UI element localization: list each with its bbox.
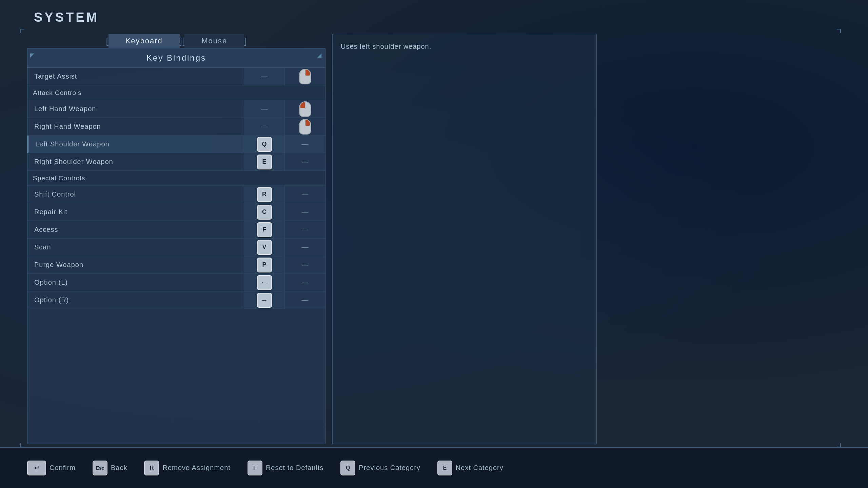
back-label: Back [111,464,127,472]
key-badge-f: F [257,222,272,237]
section-label: Special Controls [27,175,325,182]
key-cell-mouse[interactable]: — [284,291,325,309]
hint-prev-cat: Q Previous Category [340,461,420,475]
table-row[interactable]: Purge Weapon P — [27,256,325,274]
mouse-button-icon [299,119,311,135]
table-row[interactable]: Scan V — [27,239,325,256]
keybind-title: Key Bindings [27,48,325,68]
table-row[interactable]: Shift Control R — [27,186,325,203]
table-row[interactable]: Left Hand Weapon — [27,100,325,118]
key-dash: — [302,158,309,166]
key-cell-keyboard[interactable]: Q [244,136,284,153]
key-dash: — [302,140,309,148]
right-info-panel: Uses left shoulder weapon. [332,34,597,444]
table-row[interactable]: Target Assist — [27,68,325,85]
key-cell-mouse[interactable]: — [284,186,325,203]
key-cell-keyboard[interactable]: C [244,203,284,221]
row-label: Purge Weapon [27,261,244,269]
key-cell-keyboard[interactable]: — [244,100,284,118]
table-row[interactable]: Right Shoulder Weapon E — [27,153,325,171]
key-dash: — [302,243,309,251]
remove-label: Remove Assignment [162,464,230,472]
table-row[interactable]: Repair Kit C — [27,203,325,221]
key-cell-keyboard[interactable]: V [244,239,284,256]
next-cat-label: Next Category [456,464,504,472]
keybind-table: Target Assist — Attack Controls [27,68,325,444]
key-cell-keyboard[interactable]: R [244,186,284,203]
key-cell-mouse[interactable]: — [284,256,325,273]
section-label: Attack Controls [27,89,325,97]
main-container: [ Keyboard ][ Mouse ] Key Bindings Targe… [27,34,597,444]
key-cell-mouse[interactable] [284,100,325,118]
key-badge-c: C [257,205,272,220]
row-label: Access [27,226,244,233]
prev-cat-key: Q [340,461,355,475]
key-badge-p: P [257,258,272,272]
row-label: Right Hand Weapon [27,123,244,130]
remove-key: R [144,461,159,475]
key-cell-mouse[interactable]: — [284,136,325,153]
bracket-right: ] [244,37,246,45]
key-cell-mouse[interactable]: — [284,221,325,238]
section-header-special: Special Controls [27,171,325,186]
table-row[interactable]: Option (L) ← — [27,274,325,291]
key-cell-keyboard[interactable]: → [244,291,284,309]
table-row-active[interactable]: Left Shoulder Weapon Q — [27,136,325,153]
mouse-button-icon [299,69,311,84]
key-cell-keyboard[interactable]: — [244,68,284,85]
key-dash: — [302,190,309,198]
back-key: Esc [93,461,107,475]
key-dash: — [261,105,268,113]
reset-label: Reset to Defaults [266,464,323,472]
tab-keyboard[interactable]: Keyboard [108,34,180,48]
key-badge-q: Q [257,137,272,152]
system-title: SYSTEM [34,10,99,25]
key-badge-arrow-right: → [257,293,272,308]
row-label: Shift Control [27,190,244,198]
confirm-label: Confirm [50,464,76,472]
key-cell-keyboard[interactable]: ← [244,274,284,291]
row-label: Repair Kit [27,208,244,216]
key-badge-r: R [257,187,272,202]
key-cell-keyboard[interactable]: — [244,118,284,135]
key-cell-keyboard[interactable]: F [244,221,284,238]
key-badge-e: E [257,155,272,169]
tab-mouse[interactable]: Mouse [184,34,244,48]
corner-decoration-br [837,443,841,447]
hint-reset: F Reset to Defaults [248,461,323,475]
left-panel: [ Keyboard ][ Mouse ] Key Bindings Targe… [27,34,326,444]
bracket-left: [ [106,37,108,45]
key-dash: — [302,208,309,216]
row-label: Option (R) [27,296,244,304]
key-cell-mouse[interactable]: — [284,203,325,221]
key-badge-arrow-left: ← [257,275,272,290]
key-cell-mouse[interactable]: — [284,274,325,291]
mouse-button-icon [299,101,311,117]
key-badge-v: V [257,240,272,255]
key-cell-mouse[interactable]: — [284,239,325,256]
key-dash: — [302,261,309,269]
key-cell-mouse[interactable] [284,118,325,135]
keybind-panel: Key Bindings Target Assist — [27,48,326,444]
bottom-bar: ↵ Confirm Esc Back R Remove Assignment F… [0,447,868,488]
key-cell-mouse[interactable] [284,68,325,85]
table-row[interactable]: Access F — [27,221,325,239]
key-cell-keyboard[interactable]: P [244,256,284,273]
key-cell-mouse[interactable]: — [284,153,325,170]
row-label: Option (L) [27,279,244,286]
table-row[interactable]: Option (R) → — [27,291,325,309]
hint-next-cat: E Next Category [437,461,504,475]
next-cat-key: E [437,461,452,475]
info-description: Uses left shoulder weapon. [341,41,588,52]
table-row[interactable]: Right Hand Weapon — [27,118,325,136]
key-dash: — [302,279,309,286]
hint-remove: R Remove Assignment [144,461,230,475]
hint-back: Esc Back [93,461,127,475]
mouse-right-btn [305,69,310,76]
confirm-key: ↵ [27,461,46,475]
section-header-attack: Attack Controls [27,85,325,100]
mouse-right-btn [305,120,310,126]
corner-decoration-bl [20,443,24,447]
row-label: Left Shoulder Weapon [28,140,244,148]
key-cell-keyboard[interactable]: E [244,153,284,170]
